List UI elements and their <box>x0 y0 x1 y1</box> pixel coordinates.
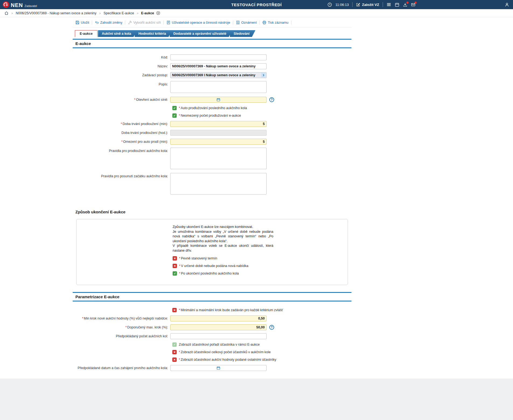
hamburger-icon <box>386 2 391 7</box>
datum-zahajeni-label: Předpokládané datum a čas zahájení první… <box>73 366 170 370</box>
tab-aukcni-sine-a-kola[interactable]: Aukční síně a kola <box>98 30 137 37</box>
nen-logo[interactable]: NEN Zadavatel <box>3 1 37 8</box>
nova-nabidka-label: *V určené době nebude podána nová nabídk… <box>179 264 248 268</box>
field-popis: Popis: <box>73 81 351 94</box>
breadcrumb-item-specification[interactable]: Specifikace E-aukce <box>103 11 134 15</box>
nazev-input[interactable] <box>170 63 267 69</box>
menu-button[interactable] <box>386 2 391 7</box>
section-title-zpusob-ukonceni: Způsob ukončení E-aukce <box>73 203 351 216</box>
nova-nabidka-checkbox[interactable]: ✕ <box>173 264 177 268</box>
otevreni-calendar-icon[interactable] <box>217 98 220 102</box>
zobrazit-hodnoty-checkbox[interactable]: ✕ <box>172 357 177 362</box>
header-time: 11:06:13 <box>336 3 349 7</box>
otevreni-date-input[interactable] <box>170 97 217 102</box>
datum-zahajeni-date-input[interactable] <box>170 365 217 371</box>
page-background: Uložit Zahodit změny Vytvořit aukční síň… <box>0 17 513 379</box>
po-ukonceni-checkbox[interactable]: ✓ <box>173 271 177 276</box>
popis-textarea[interactable] <box>170 81 267 93</box>
datum-zahajeni-calendar-icon[interactable] <box>217 366 220 370</box>
omezeni-auto-prodl-input[interactable] <box>170 139 267 145</box>
notifications-button[interactable]: Oznámení <box>233 20 260 25</box>
zadavaci-postup-label: Zadávací postup: <box>73 73 170 77</box>
pocet-kol-input[interactable] <box>170 333 267 339</box>
otevreni-time-input[interactable] <box>220 97 266 102</box>
field-zobrazit-pocet-ucastniku: ✕ *Zobrazit účastníkovi celkový počet úč… <box>172 350 351 354</box>
create-auction-hall-button: Vytvořit aukční síň <box>125 20 164 25</box>
pravidla-prodlouzeni-label: Pravidla pro prodloužení aukčního kola: <box>73 148 170 153</box>
user-operations-button[interactable]: Uživatelské operace a činnosti nástroje <box>164 20 233 25</box>
field-pevny-termin: ✕ *Pevně stanovený termín <box>173 256 348 261</box>
field-po-ukonceni: ✓ *Po ukončení posledního aukčního kola <box>173 271 348 276</box>
field-neomezeny-pocet: ✓ *Neomezený počet prodlužování e-aukce <box>172 113 351 118</box>
tab-dodavatele-a-opravneni-uzivatele[interactable]: Dodavatelé a oprávnění uživatelé <box>170 30 232 37</box>
create-vz-label: Založit VZ <box>362 3 379 7</box>
save-button[interactable]: Uložit <box>75 20 92 25</box>
section-parametrizace: ✕ *Minimální a maximální krok bude zadáv… <box>73 301 351 378</box>
datum-zahajeni-time-input[interactable] <box>220 365 266 371</box>
brand-name: NEN <box>11 2 23 8</box>
zadavaci-postup-field: N006/25/V00007369 I Nákup semen ovoce a … <box>170 72 267 78</box>
pocet-kol-label: Předpokládaný počet aukčních kol: <box>73 334 170 338</box>
user-operations-label: Uživatelské operace a činnosti nástroje <box>172 21 230 25</box>
field-zadavaci-postup: Zadávací postup: N006/25/V00007369 I Nák… <box>73 72 351 78</box>
min-krok-input[interactable] <box>170 315 267 321</box>
create-vz-button[interactable]: Založit VZ <box>356 2 379 7</box>
zobrazit-pocet-ucastniku-checkbox[interactable]: ✕ <box>172 350 177 354</box>
field-doba-trvani-min: *Doba trvání prodloužení (min): <box>73 121 351 127</box>
field-min-krok: *Min krok nové aukční hodnoty (%) vůči n… <box>73 315 351 321</box>
header-separator <box>352 2 353 7</box>
profile-button[interactable] <box>505 2 509 7</box>
tab-e-aukce[interactable]: E-aukce <box>75 30 97 37</box>
calendar-button[interactable] <box>395 2 399 7</box>
field-nova-nabidka: ✕ *V určené době nebude podána nová nabí… <box>173 264 348 268</box>
otevreni-label: *Otevření aukční síně: <box>73 98 170 102</box>
field-pravidla-posunuti: Pravidla pro posunutí začátku aukčního k… <box>73 173 351 195</box>
field-max-krok: *Doporučený max. krok (%): ? <box>73 324 351 330</box>
save-label: Uložit <box>81 21 89 25</box>
doba-trvani-min-input[interactable] <box>170 121 267 127</box>
record-toolbar: Uložit Zahodit změny Vytvořit aukční síň… <box>73 17 351 27</box>
doba-trvani-hod-label: Doba trvání prodloužení (hod.): <box>73 131 170 135</box>
print-record-button[interactable]: Tisk záznamu <box>260 20 291 25</box>
downloads-button[interactable] <box>403 2 407 7</box>
krok-zvlast-checkbox[interactable]: ✕ <box>172 308 177 312</box>
max-krok-input[interactable] <box>170 324 267 330</box>
tab-sledovani[interactable]: Sledování <box>230 30 255 37</box>
field-krok-zvlast: ✕ *Minimální a maximální krok bude zadáv… <box>172 308 351 312</box>
pravidla-prodlouzeni-textarea[interactable] <box>170 148 267 169</box>
zobrazit-hodnoty-label: *Zobrazit účastníkovi aukční hodnoty pod… <box>179 358 276 362</box>
field-datum-zahajeni: Předpokládané datum a čas zahájení první… <box>73 365 351 371</box>
nen-logo-icon <box>3 1 9 8</box>
tab-hodnotici-kriteria[interactable]: Hodnotící kritéria <box>135 30 172 37</box>
auto-prodluzovani-checkbox[interactable]: ✓ <box>172 106 177 110</box>
otevreni-help-icon[interactable]: ? <box>269 97 274 102</box>
pravidla-posunuti-textarea[interactable] <box>170 173 267 195</box>
breadcrumb-separator: > <box>137 12 138 15</box>
max-krok-label: *Doporučený max. krok (%): <box>73 325 170 329</box>
edit-icon <box>356 2 360 7</box>
section-title-e-aukce: E-aukce <box>73 39 351 48</box>
discard-changes-button[interactable]: Zahodit změny <box>92 20 125 25</box>
max-krok-help-icon[interactable]: ? <box>269 325 274 330</box>
field-auto-prodluzovani: ✓ *Auto prodlužování posledního aukčního… <box>172 106 351 110</box>
print-icon <box>262 20 266 25</box>
pevny-termin-checkbox[interactable]: ✕ <box>173 256 177 261</box>
field-otevreni-aukcni-sine: *Otevření aukční síně: ? <box>73 97 351 103</box>
zpusob-ukonceni-groupbox: Způsoby ukončení E-aukce lze navzájem ko… <box>76 219 348 285</box>
create-auction-hall-label: Vytvořit aukční síň <box>133 21 161 25</box>
neomezeny-pocet-label: *Neomezený počet prodlužování e-aukce <box>179 114 241 117</box>
otevreni-datetime-field <box>170 97 267 103</box>
min-krok-label: *Min krok nové aukční hodnoty (%) vůči n… <box>73 316 170 321</box>
zobrazit-poradi-label: Zobrazit účastníkovi pořadí účastníka v … <box>179 343 260 346</box>
po-ukonceni-label: *Po ukončení posledního aukčního kola <box>179 272 239 275</box>
close-record-icon[interactable] <box>156 11 160 15</box>
breadcrumb-item-procedure[interactable]: N006/25/V00007369 - Nákup semen ovoce a … <box>16 11 96 15</box>
discard-changes-icon <box>95 20 99 25</box>
clock-icon <box>327 2 332 7</box>
neomezeny-pocet-checkbox[interactable]: ✓ <box>172 113 177 118</box>
messages-button[interactable] <box>411 2 416 7</box>
zadavaci-postup-open-button[interactable] <box>261 73 266 78</box>
home-icon[interactable] <box>4 11 9 15</box>
kod-input[interactable] <box>170 54 267 60</box>
save-icon <box>75 20 79 25</box>
